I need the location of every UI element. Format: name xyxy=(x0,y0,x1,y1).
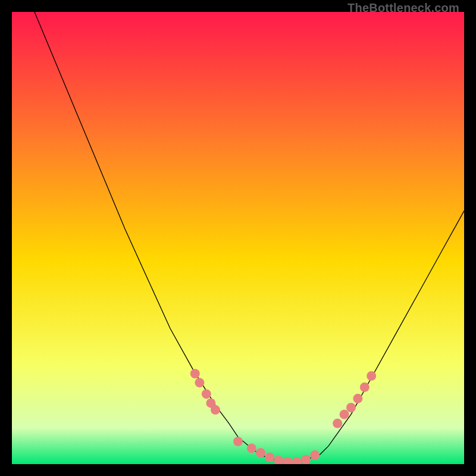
salmon-dot xyxy=(333,419,342,428)
salmon-dot xyxy=(211,405,220,415)
salmon-dot xyxy=(367,371,376,381)
salmon-dot xyxy=(346,403,356,412)
salmon-dot xyxy=(247,443,256,453)
chart-frame: TheBottleneck.com xyxy=(0,0,476,476)
salmon-dot xyxy=(195,378,204,387)
salmon-dot xyxy=(233,437,243,446)
chart-background xyxy=(12,12,464,464)
salmon-dot xyxy=(353,394,362,403)
salmon-dot xyxy=(265,453,274,462)
salmon-dot xyxy=(310,450,320,460)
salmon-dot xyxy=(190,369,200,378)
bottleneck-chart xyxy=(12,12,464,464)
salmon-dot xyxy=(360,383,369,392)
salmon-dot xyxy=(340,409,349,419)
salmon-dot xyxy=(202,389,211,399)
salmon-dot xyxy=(256,448,265,458)
salmon-dot xyxy=(301,455,311,464)
